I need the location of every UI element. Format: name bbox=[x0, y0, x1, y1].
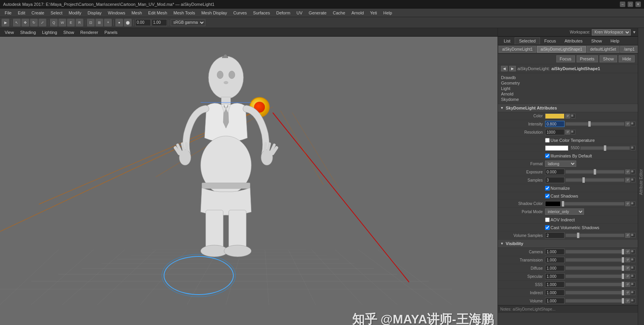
vis-volume-field[interactable] bbox=[545, 298, 565, 304]
vp-menu-view[interactable]: View bbox=[2, 29, 17, 35]
vis-diffuse-field[interactable] bbox=[545, 265, 565, 271]
vis-sss-field[interactable] bbox=[545, 281, 565, 288]
cat-geometry[interactable]: Geometry bbox=[501, 80, 635, 86]
shadowcolor-slider[interactable] bbox=[561, 202, 625, 206]
presets-button[interactable]: Presets bbox=[577, 55, 598, 62]
vis-indirect-slider[interactable] bbox=[565, 291, 625, 295]
section-visibility[interactable]: ▼ Visibility bbox=[498, 240, 638, 248]
toolbar-icon-r[interactable]: R bbox=[76, 19, 83, 26]
cat-skydome[interactable]: Skydome bbox=[501, 97, 635, 102]
vis-diffuse-slider[interactable] bbox=[565, 266, 625, 270]
menu-item-mesh-display[interactable]: Mesh Display bbox=[198, 10, 230, 16]
shadowcolor-reset-btn[interactable]: ↺ bbox=[625, 201, 630, 206]
menu-item-uv[interactable]: UV bbox=[293, 10, 305, 16]
collapse-right-btn[interactable]: ▶ bbox=[509, 66, 516, 71]
zoom-field-1[interactable] bbox=[135, 19, 151, 26]
toolbar-icon-2[interactable]: ↖ bbox=[13, 19, 21, 26]
vis-camera-reset[interactable]: ↺ bbox=[625, 249, 630, 254]
exposure-link-btn[interactable]: ⊞ bbox=[631, 170, 635, 174]
vp-menu-lighting[interactable]: Lighting bbox=[39, 29, 60, 35]
toolbar-icon-3[interactable]: ✥ bbox=[21, 19, 29, 26]
format-dropdown[interactable]: latlong mirrored_ball angular bbox=[545, 161, 576, 167]
aovindirect-checkbox[interactable] bbox=[545, 217, 550, 222]
vis-camera-link[interactable]: ⊞ bbox=[631, 249, 635, 254]
menu-item-windows[interactable]: Windows bbox=[105, 10, 129, 16]
intensity-reset-btn[interactable]: ↺ bbox=[625, 122, 630, 126]
vis-transmission-slider[interactable] bbox=[565, 258, 625, 262]
toolbar-icon-5[interactable]: ⤢ bbox=[39, 19, 46, 26]
volumesamples-link-btn[interactable]: ⊞ bbox=[631, 233, 635, 238]
intensity-link-btn[interactable]: ⊞ bbox=[631, 122, 635, 126]
volumesamples-field[interactable] bbox=[545, 232, 565, 238]
colorspace-dropdown[interactable]: sRGB gamma bbox=[171, 19, 205, 26]
color-reset-btn[interactable]: ↺ bbox=[565, 114, 570, 118]
minimize-button[interactable]: – bbox=[620, 2, 625, 7]
toolbar-render-2[interactable]: ⬤ bbox=[124, 19, 132, 26]
toolbar-snap-1[interactable]: ⊡ bbox=[87, 19, 95, 26]
menu-item-edit-mesh[interactable]: Edit Mesh bbox=[145, 10, 170, 16]
vis-indirect-field[interactable] bbox=[545, 290, 565, 296]
shadowcolor-link-btn[interactable]: ⊞ bbox=[631, 201, 635, 206]
vis-diffuse-reset[interactable]: ↺ bbox=[625, 266, 630, 270]
vis-indirect-link[interactable]: ⊞ bbox=[631, 290, 635, 295]
exposure-reset-btn[interactable]: ↺ bbox=[625, 170, 630, 174]
exposure-field[interactable] bbox=[545, 169, 565, 175]
intensity-slider[interactable] bbox=[565, 122, 625, 126]
menu-item-file[interactable]: File bbox=[2, 10, 15, 16]
samples-slider[interactable] bbox=[565, 178, 625, 182]
vis-specular-link[interactable]: ⊞ bbox=[631, 274, 635, 279]
castvolumetric-checkbox[interactable] bbox=[545, 225, 550, 230]
vp-menu-shading[interactable]: Shading bbox=[17, 29, 39, 35]
tab-focus[interactable]: Focus bbox=[540, 37, 560, 44]
vis-specular-reset[interactable]: ↺ bbox=[625, 274, 630, 279]
exposure-slider[interactable] bbox=[565, 170, 625, 174]
menu-item-edit[interactable]: Edit bbox=[15, 10, 28, 16]
vp-menu-show[interactable]: Show bbox=[60, 29, 78, 35]
section-skydome[interactable]: ▼ SkyDomeLight Attributes bbox=[498, 104, 638, 112]
color-swatch[interactable] bbox=[545, 113, 565, 119]
menu-item-mesh[interactable]: Mesh bbox=[128, 10, 145, 16]
close-button[interactable]: ✕ bbox=[635, 2, 641, 7]
color-link-btn[interactable]: ⊞ bbox=[571, 114, 575, 118]
menu-item-generate[interactable]: Generate bbox=[305, 10, 330, 16]
vis-volume-slider[interactable] bbox=[565, 299, 625, 303]
menu-item-modify[interactable]: Modify bbox=[65, 10, 84, 16]
vis-specular-field[interactable] bbox=[545, 273, 565, 279]
illuminates-checkbox[interactable] bbox=[545, 154, 550, 158]
vis-volume-reset[interactable]: ↺ bbox=[625, 299, 630, 303]
volumesamples-reset-btn[interactable]: ↺ bbox=[625, 233, 630, 238]
zoom-field-2[interactable] bbox=[152, 19, 167, 26]
cat-arnold[interactable]: Arnold bbox=[501, 91, 635, 97]
vis-sss-reset[interactable]: ↺ bbox=[625, 282, 630, 287]
toolbar-render-1[interactable]: ● bbox=[115, 19, 123, 26]
collapse-left-btn[interactable]: ◀ bbox=[501, 66, 508, 71]
tab-list[interactable]: List bbox=[499, 37, 515, 44]
castshadows-checkbox[interactable] bbox=[545, 194, 550, 198]
toolbar-snap-2[interactable]: ⊞ bbox=[95, 19, 103, 26]
samples-reset-btn[interactable]: ↺ bbox=[625, 178, 630, 182]
node-tab-4[interactable]: /amp1 bbox=[620, 46, 638, 53]
cat-drawdb[interactable]: Drawdb bbox=[501, 75, 635, 80]
toolbar-icon-e[interactable]: E bbox=[67, 19, 75, 26]
vis-camera-field[interactable] bbox=[545, 249, 565, 255]
volumesamples-slider[interactable] bbox=[565, 233, 625, 237]
vp-menu-panels[interactable]: Panels bbox=[101, 29, 121, 35]
menu-item-select[interactable]: Select bbox=[48, 10, 66, 16]
vis-camera-slider[interactable] bbox=[565, 250, 625, 254]
menu-item-surfaces[interactable]: Surfaces bbox=[250, 10, 273, 16]
vis-transmission-reset[interactable]: ↺ bbox=[625, 258, 630, 262]
vis-indirect-reset[interactable]: ↺ bbox=[625, 290, 630, 295]
node-tab-2[interactable]: aiSkyDomeLightShape1 bbox=[537, 46, 586, 53]
samples-field[interactable] bbox=[545, 177, 565, 183]
menu-item-curves[interactable]: Curves bbox=[230, 10, 250, 16]
temp-link-btn[interactable]: ⊞ bbox=[631, 146, 635, 150]
vis-sss-link[interactable]: ⊞ bbox=[631, 282, 635, 287]
samples-link-btn[interactable]: ⊞ bbox=[631, 178, 635, 182]
tab-attributes[interactable]: Attributes bbox=[560, 37, 587, 44]
toolbar-icon-1[interactable]: ▶ bbox=[2, 19, 9, 26]
vp-menu-renderer[interactable]: Renderer bbox=[77, 29, 101, 35]
portalmode-dropdown[interactable]: interior_only exterior_only off bbox=[545, 208, 584, 215]
hide-button[interactable]: Hide bbox=[619, 55, 635, 62]
menu-item-cache[interactable]: Cache bbox=[330, 10, 348, 16]
menu-item-help[interactable]: Help bbox=[380, 10, 395, 16]
